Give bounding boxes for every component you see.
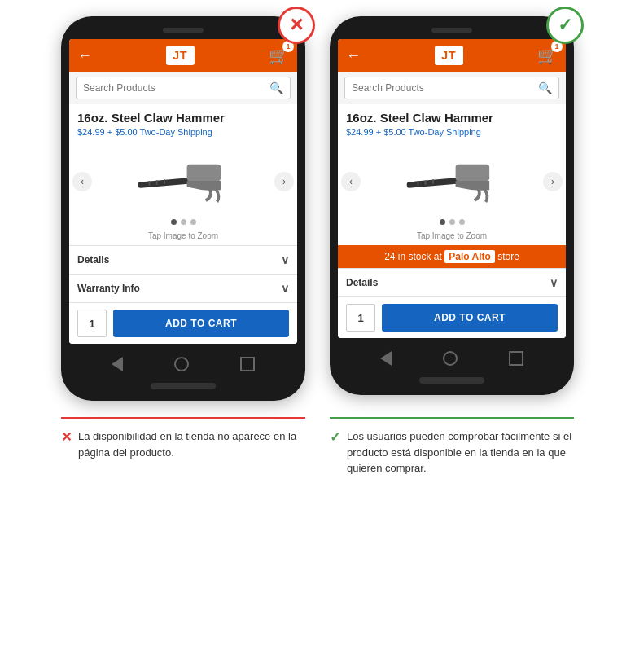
bad-back-button[interactable]: ←	[77, 47, 92, 64]
bad-carousel-left[interactable]: ‹	[72, 172, 92, 191]
bad-carousel-dots	[69, 215, 297, 229]
bad-search-input[interactable]	[83, 82, 269, 94]
good-hammer-image	[361, 153, 543, 210]
bad-caption-icon: ✕	[61, 429, 72, 445]
good-add-to-cart-button[interactable]: ADD TO CART	[382, 304, 558, 332]
good-carousel-right[interactable]: ›	[543, 172, 563, 191]
bad-nav-back[interactable]	[112, 357, 123, 371]
bad-dot-2	[181, 219, 186, 225]
good-hammer-svg	[403, 153, 501, 210]
caption-section: ✕ La disponibilidad en la tienda no apar…	[53, 417, 582, 477]
svg-rect-6	[456, 165, 490, 181]
good-divider	[330, 417, 574, 419]
bad-warranty-row[interactable]: Warranty Info ∨	[69, 274, 297, 302]
bad-caption-box: ✕ La disponibilidad en la tienda no apar…	[61, 424, 305, 460]
bad-dot-3	[190, 219, 196, 225]
good-product-title: 16oz. Steel Claw Hammer	[346, 111, 558, 125]
bad-app-header: ← JT 🛒 1	[69, 39, 297, 72]
good-details-chevron: ∨	[550, 276, 558, 289]
bad-cart-icon[interactable]: 🛒 1	[269, 46, 289, 65]
bad-details-row[interactable]: Details ∨	[69, 245, 297, 274]
bad-hammer-image	[92, 153, 274, 210]
good-caption-text: Los usuarios pueden comprobar fácilmente…	[347, 428, 574, 477]
good-caption-icon: ✓	[330, 429, 340, 445]
good-quantity[interactable]: 1	[346, 304, 375, 332]
bad-dot-1	[171, 219, 177, 225]
good-dot-2	[449, 219, 455, 225]
good-caption-box: ✓ Los usuarios pueden comprobar fácilmen…	[330, 424, 574, 477]
bad-phone-bump	[151, 383, 216, 389]
bad-divider	[61, 417, 305, 419]
bad-tap-zoom: Tap Image to Zoom	[69, 229, 297, 245]
good-search-icon: 🔍	[538, 81, 552, 94]
good-dot-3	[459, 219, 465, 225]
bad-cart-row: 1 ADD TO CART	[69, 302, 297, 344]
bad-search-bar[interactable]: 🔍	[76, 77, 291, 99]
bad-nav-recent[interactable]	[240, 357, 255, 371]
good-stock-banner: 24 in stock at Palo Alto store	[338, 245, 566, 268]
bad-product-section: 16oz. Steel Claw Hammer $24.99 + $5.00 T…	[69, 104, 297, 148]
bad-product-price: $24.99 + $5.00 Two-Day Shipping	[77, 127, 289, 137]
good-back-button[interactable]: ←	[346, 47, 361, 64]
good-phone-column: ✓ ← JT 🛒 1 🔍	[330, 16, 574, 395]
stock-suffix: store	[497, 251, 519, 262]
phone-speaker	[163, 28, 204, 33]
bad-warranty-chevron: ∨	[281, 282, 289, 295]
good-caption-row: ✓ Los usuarios pueden comprobar fácilmen…	[330, 417, 574, 477]
good-nav-home[interactable]	[443, 351, 458, 366]
bad-details-label: Details	[77, 254, 109, 266]
good-search-input[interactable]	[352, 82, 538, 94]
bad-badge: ✕	[278, 7, 315, 44]
bad-details-chevron: ∨	[281, 253, 289, 266]
bad-search-icon: 🔍	[269, 81, 283, 94]
good-search-bar[interactable]: 🔍	[344, 77, 559, 99]
good-badge: ✓	[546, 7, 584, 44]
good-carousel-dots	[338, 215, 566, 229]
good-product-section: 16oz. Steel Claw Hammer $24.99 + $5.00 T…	[338, 104, 566, 148]
bad-caption-row: ✕ La disponibilidad en la tienda no apar…	[61, 417, 305, 477]
comparison-row: ✕ ← JT 🛒 1 🔍	[61, 16, 574, 401]
bad-quantity[interactable]: 1	[77, 310, 107, 337]
good-dot-1	[440, 219, 445, 225]
bad-phone-column: ✕ ← JT 🛒 1 🔍	[61, 16, 305, 401]
stock-store: Palo Alto	[444, 250, 495, 263]
bad-caption-text: La disponibilidad en la tienda no aparec…	[78, 428, 305, 460]
phone-top-bar	[69, 28, 297, 33]
hammer-svg	[134, 153, 232, 210]
good-phone-top-bar	[338, 28, 566, 33]
good-tap-zoom: Tap Image to Zoom	[338, 229, 566, 245]
bad-image-carousel: ‹	[69, 148, 297, 215]
good-cart-icon[interactable]: 🛒 1	[537, 46, 558, 65]
good-phone-bump	[419, 377, 484, 384]
svg-rect-1	[187, 165, 221, 181]
good-carousel-left[interactable]: ‹	[341, 172, 361, 191]
bad-add-to-cart-button[interactable]: ADD TO CART	[113, 310, 289, 337]
bad-phone-screen: ← JT 🛒 1 🔍 16oz. Steel Claw Hammer $24.9…	[69, 39, 297, 344]
good-app-header: ← JT 🛒 1	[338, 39, 566, 72]
good-details-row[interactable]: Details ∨	[338, 268, 566, 296]
good-phone-screen: ← JT 🛒 1 🔍 16oz. Steel Claw Hammer $24.9…	[338, 39, 566, 338]
good-nav-recent[interactable]	[509, 351, 523, 366]
stock-prefix: 24 in stock at	[384, 251, 442, 262]
bad-warranty-label: Warranty Info	[77, 283, 140, 294]
good-cart-row: 1 ADD TO CART	[338, 296, 566, 338]
good-bottom-nav	[338, 345, 566, 372]
good-phone-shell: ← JT 🛒 1 🔍 16oz. Steel Claw Hammer $24.9…	[330, 16, 574, 395]
good-phone-speaker	[431, 28, 472, 33]
bad-bottom-nav	[69, 350, 297, 378]
good-details-label: Details	[346, 277, 378, 288]
good-product-price: $24.99 + $5.00 Two-Day Shipping	[346, 127, 558, 137]
bad-nav-home[interactable]	[174, 357, 189, 371]
good-image-carousel: ‹ ›	[338, 148, 566, 215]
bad-logo: JT	[166, 46, 194, 65]
bad-carousel-right[interactable]: ›	[274, 172, 294, 191]
bad-product-title: 16oz. Steel Claw Hammer	[77, 111, 289, 125]
bad-phone-shell: ← JT 🛒 1 🔍 16oz. Steel Claw Hammer $24.9…	[61, 16, 305, 401]
good-nav-back[interactable]	[380, 351, 392, 366]
good-logo: JT	[435, 46, 462, 65]
